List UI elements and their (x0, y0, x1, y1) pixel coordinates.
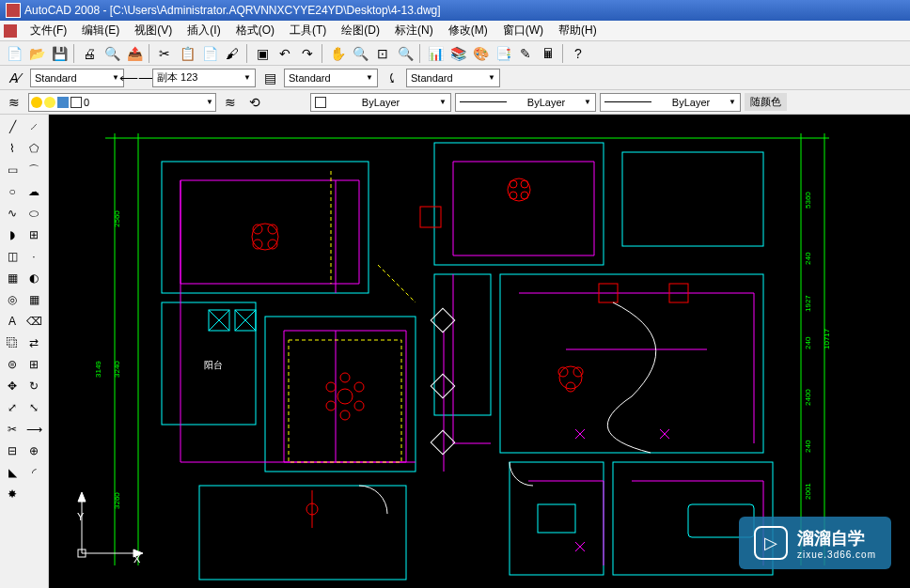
gradient-tool[interactable]: ◐ (24, 268, 44, 288)
extend-tool[interactable]: ⟶ (24, 419, 44, 440)
rotate-tool[interactable]: ↻ (24, 376, 44, 396)
layer-states-button[interactable]: ≋ (220, 92, 241, 113)
match-button[interactable]: 🖌 (222, 43, 243, 64)
sheet-button[interactable]: 📑 (493, 43, 513, 64)
revcloud-tool[interactable]: ☁ (24, 181, 44, 202)
markup-button[interactable]: ✎ (515, 43, 536, 64)
publish-button[interactable]: 📤 (124, 43, 145, 64)
linetype-dropdown[interactable]: ByLayer ▼ (455, 93, 596, 112)
watermark-title: 溜溜自学 (797, 527, 876, 549)
pan-button[interactable]: ✋ (327, 43, 348, 64)
app-icon (6, 3, 21, 18)
erase-tool[interactable]: ⌫ (24, 311, 44, 332)
trim-tool[interactable]: ✂ (2, 419, 23, 440)
menu-draw[interactable]: 绘图(D) (334, 21, 387, 40)
print-button[interactable]: 🖨 (79, 43, 100, 64)
zoom-window-button[interactable]: ⊡ (372, 43, 393, 64)
app-menu-icon[interactable] (4, 24, 17, 38)
layer-manager-button[interactable]: ≋ (4, 92, 24, 113)
block-button[interactable]: ▣ (252, 43, 273, 64)
polygon-tool[interactable]: ⬠ (24, 138, 44, 159)
menu-format[interactable]: 格式(O) (228, 21, 282, 40)
paste-button[interactable]: 📄 (199, 43, 220, 64)
linetype-value: ByLayer (527, 97, 565, 108)
pline-tool[interactable]: ⌇ (2, 138, 23, 159)
drawing-canvas[interactable]: 2560 3149 3240 3260 5360 240 1927 240 10… (49, 115, 910, 588)
color-dropdown[interactable]: ByLayer ▼ (310, 93, 451, 112)
dimstyle-dropdown[interactable]: 副本 123 ▼ (152, 69, 256, 87)
fillet-tool[interactable]: ◜ (24, 462, 44, 483)
break-tool[interactable]: ⊟ (2, 441, 23, 461)
watermark: ▷ 溜溜自学 zixue.3d66.com (739, 517, 891, 569)
scale-tool[interactable]: ⤢ (2, 397, 23, 418)
mtext-tool[interactable]: A (2, 311, 23, 332)
hatch-tool[interactable]: ▦ (2, 268, 23, 288)
copy-tool[interactable]: ⿻ (2, 333, 23, 353)
tablestyle-icon[interactable]: ▤ (259, 68, 280, 88)
menu-modify[interactable]: 修改(M) (441, 21, 495, 40)
spline-tool[interactable]: ∿ (2, 203, 23, 224)
line-tool[interactable]: ╱ (2, 116, 23, 137)
layer-prev-button[interactable]: ⟲ (244, 92, 265, 113)
layer-dropdown[interactable]: 0 ▼ (28, 93, 216, 112)
mirror-tool[interactable]: ⇄ (24, 333, 44, 353)
offset-tool[interactable]: ⊜ (2, 354, 23, 375)
open-button[interactable]: 📂 (26, 43, 47, 64)
xline-tool[interactable]: ⟋ (24, 116, 44, 137)
tablestyle-dropdown[interactable]: Standard ▼ (284, 69, 378, 87)
lineweight-dropdown[interactable]: ByLayer ▼ (600, 93, 741, 112)
menu-window[interactable]: 窗口(W) (495, 21, 551, 40)
designcenter-button[interactable]: 📚 (447, 43, 468, 64)
help-button[interactable]: ? (568, 43, 588, 64)
table-tool[interactable]: ▦ (24, 289, 44, 310)
ellipse-tool[interactable]: ⬭ (24, 203, 44, 224)
menu-tools[interactable]: 工具(T) (282, 21, 334, 40)
new-button[interactable]: 📄 (4, 43, 24, 64)
makeblock-tool[interactable]: ◫ (2, 246, 23, 267)
explode-tool[interactable]: ✸ (2, 484, 23, 504)
preview-button[interactable]: 🔍 (102, 43, 122, 64)
mleader-icon[interactable]: ⤹ (382, 68, 402, 88)
chamfer-tool[interactable]: ◣ (2, 462, 23, 483)
calc-button[interactable]: 🖩 (538, 43, 558, 64)
ellipsearc-tool[interactable]: ◗ (2, 224, 23, 245)
mleader-dropdown[interactable]: Standard ▼ (406, 69, 500, 87)
array-tool[interactable]: ⊞ (24, 354, 44, 375)
svg-text:240: 240 (804, 252, 812, 265)
menu-file[interactable]: 文件(F) (23, 21, 74, 40)
copy-button[interactable]: 📋 (177, 43, 197, 64)
zoom-previous-button[interactable]: 🔍 (395, 43, 416, 64)
zoom-realtime-button[interactable]: 🔍 (350, 43, 370, 64)
move-tool[interactable]: ✥ (2, 376, 23, 396)
separator (562, 44, 564, 63)
menu-insert[interactable]: 插入(I) (180, 21, 228, 40)
textstyle-icon[interactable]: A⁄ (4, 70, 26, 85)
circle-tool[interactable]: ○ (2, 181, 23, 202)
cut-button[interactable]: ✂ (154, 43, 175, 64)
region-tool[interactable]: ◎ (2, 289, 23, 310)
menu-view[interactable]: 视图(V) (127, 21, 180, 40)
menu-help[interactable]: 帮助(H) (551, 21, 604, 40)
svg-rect-17 (162, 162, 369, 293)
insert-tool[interactable]: ⊞ (24, 224, 44, 245)
menu-edit[interactable]: 编辑(E) (74, 21, 127, 40)
separator (149, 44, 150, 63)
redo-button[interactable]: ↷ (297, 43, 318, 64)
menu-dimension[interactable]: 标注(N) (387, 21, 441, 40)
rectangle-tool[interactable]: ▭ (2, 160, 23, 180)
dimstyle-icon[interactable]: ⟵⟶ (128, 68, 149, 88)
save-button[interactable]: 💾 (49, 43, 70, 64)
svg-text:5360: 5360 (804, 192, 812, 209)
properties-button[interactable]: 📊 (425, 43, 446, 64)
arc-tool[interactable]: ⌒ (24, 160, 44, 180)
svg-point-42 (337, 389, 353, 404)
stretch-tool[interactable]: ⤡ (24, 397, 44, 418)
point-tool[interactable]: · (24, 246, 44, 267)
toolpalette-button[interactable]: 🎨 (470, 43, 491, 64)
undo-button[interactable]: ↶ (275, 43, 295, 64)
svg-point-32 (252, 224, 278, 250)
svg-text:2001: 2001 (804, 483, 812, 500)
join-tool[interactable]: ⊕ (24, 441, 44, 461)
svg-point-45 (326, 401, 336, 410)
textstyle-dropdown[interactable]: Standard ▼ (30, 69, 124, 87)
